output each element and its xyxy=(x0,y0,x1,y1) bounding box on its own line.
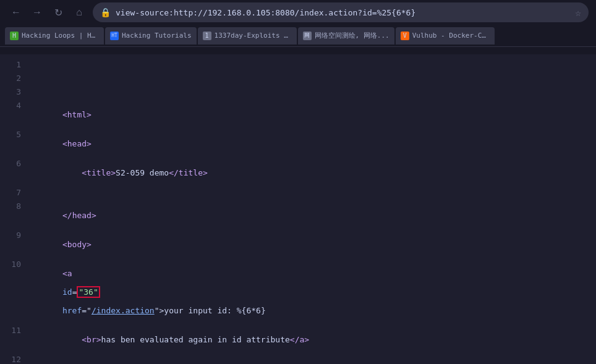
tab-label-2: Hacking Tutorials xyxy=(122,32,192,40)
source-line-8: 8 </head> xyxy=(0,201,596,230)
home-button[interactable]: ⌂ xyxy=(70,4,88,21)
source-line-9: 9 <body> xyxy=(0,230,596,259)
forward-button[interactable]: → xyxy=(28,4,46,21)
tab-label-5: Vulhub - Docker-Co... xyxy=(412,32,490,40)
nav-buttons: ← → ↻ ⌂ xyxy=(7,4,88,21)
source-view: 1 2 3 4 <html> 5 <head> 6 <title>S2-059 … xyxy=(0,54,596,364)
bookmark-icon[interactable]: ☆ xyxy=(575,7,581,19)
home-icon: ⌂ xyxy=(76,7,82,18)
source-line-2: 2 xyxy=(0,73,596,87)
source-line-11: 11 <br>has ben evaluated again in id att… xyxy=(0,325,596,354)
source-line-7: 7 xyxy=(0,187,596,201)
tab-favicon-3: 1 xyxy=(203,32,211,40)
address-bar-wrapper: 🔒 ☆ xyxy=(93,2,589,22)
source-line-6: 6 <title>S2-059 demo</title> xyxy=(0,158,596,187)
source-line-5: 5 <head> xyxy=(0,129,596,158)
back-icon: ← xyxy=(11,7,21,18)
tab-favicon-5: V xyxy=(401,32,409,40)
title-bar: ← → ↻ ⌂ 🔒 ☆ xyxy=(0,0,596,25)
tab-hacking-loops[interactable]: H Hacking Loops | Hac... xyxy=(5,27,104,44)
browser-chrome: ← → ↻ ⌂ 🔒 ☆ H Hacking Loops | Hac... HT … xyxy=(0,0,596,54)
tab-label-3: 1337day-Exploits - L... xyxy=(215,32,292,40)
tab-favicon-2: HT xyxy=(110,32,119,40)
source-line-3: 3 xyxy=(0,87,596,100)
href-link[interactable]: /index.action xyxy=(92,306,155,315)
id-attribute-value: "36" xyxy=(77,286,100,298)
source-line-4: 4 <html> xyxy=(0,100,596,129)
tab-1337day[interactable]: 1 1337day-Exploits - L... xyxy=(198,27,297,44)
tab-vulhub[interactable]: V Vulhub - Docker-Co... xyxy=(396,27,495,44)
tab-label-1: Hacking Loops | Hac... xyxy=(22,32,99,40)
reload-button[interactable]: ↻ xyxy=(49,4,67,21)
reload-icon: ↻ xyxy=(54,7,62,19)
forward-icon: → xyxy=(32,7,42,18)
source-line-12: 12 </body> xyxy=(0,354,596,364)
tab-wangluokongjian[interactable]: 网 网络空间测绘, 网络... xyxy=(298,27,394,44)
tab-hacking-tutorials[interactable]: HT Hacking Tutorials xyxy=(105,27,197,44)
lock-icon: 🔒 xyxy=(100,7,111,17)
tab-label-4: 网络空间测绘, 网络... xyxy=(315,31,390,40)
tab-favicon-1: H xyxy=(10,32,19,40)
tabs-bar: H Hacking Loops | Hac... HT Hacking Tuto… xyxy=(0,25,596,47)
source-line-10: 10 <a id="36" href="/index.action">your … xyxy=(0,259,596,325)
back-button[interactable]: ← xyxy=(7,4,25,21)
tab-favicon-4: 网 xyxy=(303,32,312,40)
source-line-1: 1 xyxy=(0,59,596,73)
address-bar[interactable] xyxy=(116,8,570,17)
